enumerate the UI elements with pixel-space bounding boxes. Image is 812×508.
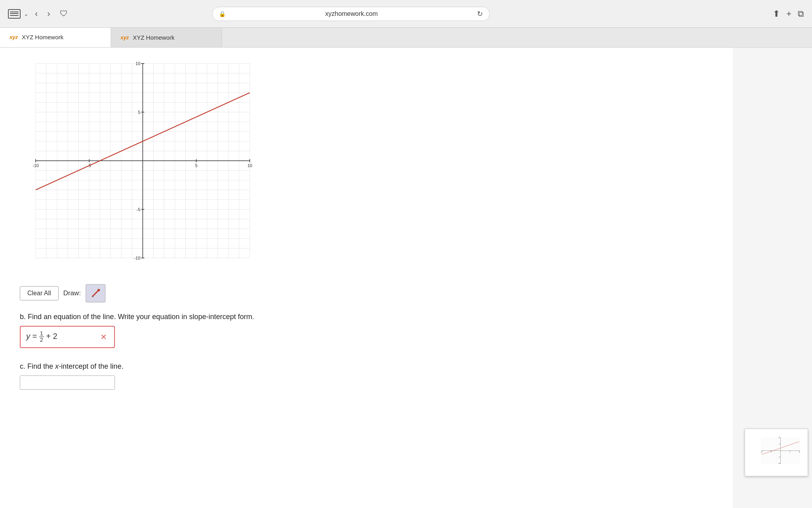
controls-row: Clear All Draw: bbox=[20, 284, 713, 302]
share-button[interactable]: ⬆ bbox=[773, 9, 780, 19]
question-b-section: b. Find an equation of the line. Write y… bbox=[0, 309, 733, 358]
tabs-bar: xyz XYZ Homework xyz XYZ Homework bbox=[0, 28, 812, 48]
back-button[interactable]: ‹ bbox=[32, 7, 41, 21]
browser-controls: ⌄ ‹ › bbox=[8, 7, 54, 21]
reload-button[interactable]: ↻ bbox=[477, 10, 483, 18]
draw-label: Draw: bbox=[63, 289, 81, 297]
equation-answer-box: y = 1 2 + 2 ✕ bbox=[20, 326, 115, 348]
browser-chrome: ⌄ ‹ › 🛡 🔒 ↻ ⬆ + ⧉ bbox=[0, 0, 812, 28]
address-bar-input[interactable] bbox=[229, 10, 474, 17]
page-content: Clear All Draw: b. Find an equation of t… bbox=[0, 48, 812, 508]
browser-actions: ⬆ + ⧉ bbox=[773, 9, 804, 19]
main-content: Clear All Draw: b. Find an equation of t… bbox=[0, 48, 733, 508]
graph-container bbox=[0, 48, 733, 278]
fraction-numerator: 1 bbox=[39, 331, 44, 337]
svg-line-0 bbox=[92, 290, 99, 296]
question-b-text: b. Find an equation of the line. Write y… bbox=[20, 313, 713, 321]
tab-1-favicon: xyz bbox=[10, 34, 18, 40]
question-c-section: c. Find the x-intercept of the line. bbox=[0, 358, 733, 394]
pencil-icon bbox=[90, 288, 101, 299]
sidebar-toggle-button[interactable] bbox=[8, 9, 21, 19]
page-thumbnail bbox=[745, 429, 808, 476]
lock-icon: 🔒 bbox=[219, 11, 226, 17]
tab-1[interactable]: xyz XYZ Homework bbox=[0, 28, 111, 47]
equation-display: y = 1 2 + 2 bbox=[26, 331, 99, 343]
right-panel bbox=[733, 48, 812, 508]
thumbnail-inner bbox=[745, 429, 808, 476]
tab-2-favicon: xyz bbox=[121, 35, 129, 40]
tab-2-title: XYZ Homework bbox=[133, 34, 174, 41]
tab-2[interactable]: xyz XYZ Homework bbox=[111, 28, 222, 47]
thumbnail-canvas bbox=[746, 430, 807, 475]
tab-1-title: XYZ Homework bbox=[22, 34, 63, 40]
question-c-text: c. Find the x-intercept of the line. bbox=[20, 362, 713, 371]
fraction-denominator: 2 bbox=[39, 337, 44, 343]
clear-equation-button[interactable]: ✕ bbox=[99, 332, 109, 342]
shield-icon: 🛡 bbox=[60, 9, 68, 18]
svg-point-2 bbox=[98, 289, 100, 291]
clear-all-button[interactable]: Clear All bbox=[20, 286, 59, 300]
tabs-overview-button[interactable]: ⧉ bbox=[798, 9, 804, 19]
coordinate-graph[interactable] bbox=[20, 56, 258, 270]
fraction-display: 1 2 bbox=[39, 331, 44, 343]
chevron-down-icon[interactable]: ⌄ bbox=[24, 11, 29, 17]
draw-tool-button[interactable] bbox=[86, 284, 105, 302]
forward-button[interactable]: › bbox=[44, 7, 53, 21]
new-tab-button[interactable]: + bbox=[786, 9, 791, 19]
x-intercept-input[interactable] bbox=[20, 375, 115, 390]
address-bar-container: 🔒 ↻ bbox=[212, 7, 490, 21]
